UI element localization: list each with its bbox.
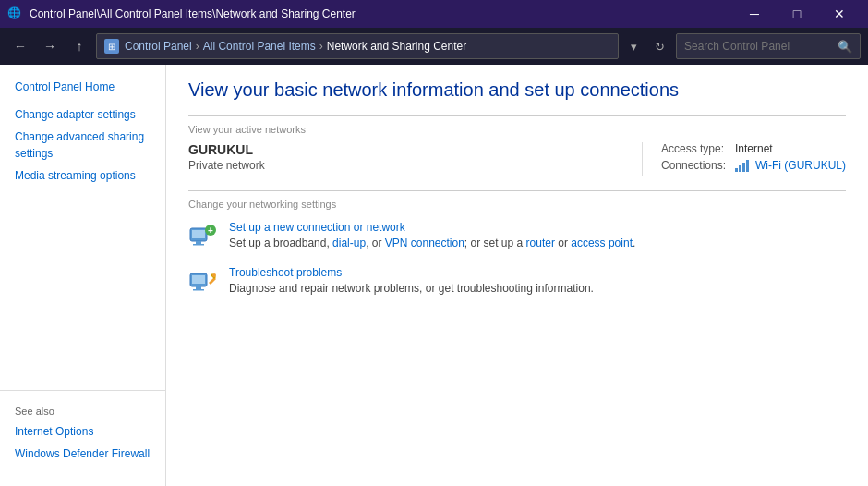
up-button[interactable]: ↑: [66, 33, 92, 59]
breadcrumb-all-items[interactable]: All Control Panel Items: [203, 40, 316, 53]
connection-icon: +: [188, 221, 218, 250]
svg-rect-3: [746, 160, 749, 172]
sidebar-item-home[interactable]: Control Panel Home: [0, 76, 165, 98]
access-point-link[interactable]: access point: [571, 237, 633, 249]
breadcrumb-control-panel[interactable]: Control Panel: [125, 40, 192, 53]
addressbar: ← → ↑ ⊞ Control Panel › All Control Pane…: [0, 28, 868, 65]
setup-connection-icon: +: [188, 221, 218, 250]
troubleshoot-icon-svg: [188, 266, 218, 296]
svg-rect-11: [192, 275, 205, 284]
svg-point-14: [212, 273, 216, 277]
vpn-link[interactable]: VPN connection: [385, 237, 464, 249]
see-also-label: See also: [0, 398, 165, 420]
breadcrumb-current: Network and Sharing Center: [327, 40, 466, 53]
access-type-value: Internet: [735, 142, 773, 155]
access-type-row: Access type: Internet: [661, 142, 846, 155]
close-button[interactable]: ✕: [818, 0, 861, 28]
svg-text:+: +: [208, 225, 213, 236]
minimize-button[interactable]: ─: [733, 0, 776, 28]
search-box[interactable]: 🔍: [676, 33, 861, 59]
app-icon: 🌐: [7, 6, 22, 21]
network-type: Private network: [188, 159, 623, 172]
svg-rect-12: [196, 286, 201, 289]
setup-connection-text: Set up a new connection or network Set u…: [229, 221, 635, 251]
connections-row: Connections: Wi-Fi (GURUKUL): [661, 159, 846, 172]
troubleshoot-item: Troubleshoot problems Diagnose and repai…: [188, 266, 846, 297]
breadcrumb-icon: ⊞: [104, 39, 119, 54]
sidebar-divider: [0, 390, 165, 391]
address-box[interactable]: ⊞ Control Panel › All Control Panel Item…: [96, 33, 619, 59]
svg-rect-13: [193, 289, 204, 291]
titlebar-title: Control Panel\All Control Panel Items\Ne…: [30, 7, 726, 20]
content-area: View your basic network information and …: [166, 65, 868, 486]
troubleshoot-icon: [188, 266, 218, 296]
access-type-label: Access type:: [661, 142, 735, 155]
window-controls: ─ □ ✕: [733, 0, 861, 28]
active-networks-section: View your active networks GURUKUL Privat…: [188, 115, 846, 176]
svg-rect-0: [735, 168, 738, 172]
search-input[interactable]: [684, 40, 834, 53]
router-link[interactable]: router: [526, 237, 555, 249]
network-table: GURUKUL Private network Access type: Int…: [188, 142, 846, 176]
sidebar-firewall[interactable]: Windows Defender Firewall: [0, 443, 165, 465]
network-left: GURUKUL Private network: [188, 142, 643, 176]
svg-rect-7: [193, 244, 204, 246]
connections-label: Connections:: [661, 159, 735, 172]
troubleshoot-link[interactable]: Troubleshoot problems: [229, 266, 594, 279]
search-icon: 🔍: [838, 40, 852, 54]
svg-rect-2: [742, 163, 745, 172]
address-dropdown-button[interactable]: ▾: [624, 33, 643, 59]
breadcrumb-sep-2: ›: [319, 40, 323, 53]
main-layout: Control Panel Home Change adapter settin…: [0, 65, 868, 486]
sidebar-item-streaming[interactable]: Media streaming options: [0, 164, 165, 187]
refresh-button[interactable]: ↻: [646, 33, 672, 59]
sidebar-item-sharing[interactable]: Change advanced sharing settings: [0, 126, 165, 164]
network-name: GURUKUL: [188, 142, 623, 157]
troubleshoot-desc: Diagnose and repair network problems, or…: [229, 281, 594, 297]
connection-link[interactable]: Wi-Fi (GURUKUL): [755, 159, 846, 172]
troubleshoot-text: Troubleshoot problems Diagnose and repai…: [229, 266, 594, 297]
forward-button[interactable]: →: [37, 33, 63, 59]
active-networks-label: View your active networks: [188, 124, 846, 135]
back-button[interactable]: ←: [7, 33, 33, 59]
setup-connection-desc: Set up a broadband, dial-up, or VPN conn…: [229, 236, 635, 251]
sidebar-internet-options[interactable]: Internet Options: [0, 420, 165, 443]
sidebar: Control Panel Home Change adapter settin…: [0, 65, 166, 486]
setup-connection-link[interactable]: Set up a new connection or network: [229, 221, 635, 234]
titlebar: 🌐 Control Panel\All Control Panel Items\…: [0, 0, 868, 28]
network-right: Access type: Internet Connections: Wi-Fi…: [643, 142, 846, 176]
breadcrumb-sep-1: ›: [196, 40, 199, 53]
svg-rect-1: [739, 165, 741, 172]
setup-connection-item: + Set up a new connection or network Set…: [188, 221, 846, 251]
networking-settings-label: Change your networking settings: [188, 199, 846, 210]
networking-settings-section: Change your networking settings + Set up…: [188, 190, 846, 297]
wifi-icon: [735, 159, 752, 172]
svg-rect-6: [196, 241, 201, 244]
maximize-button[interactable]: □: [776, 0, 818, 28]
svg-rect-5: [192, 230, 205, 238]
dialup-link[interactable]: dial-up: [332, 237, 366, 249]
page-title: View your basic network information and …: [188, 79, 846, 101]
sidebar-item-adapter[interactable]: Change adapter settings: [0, 103, 165, 126]
